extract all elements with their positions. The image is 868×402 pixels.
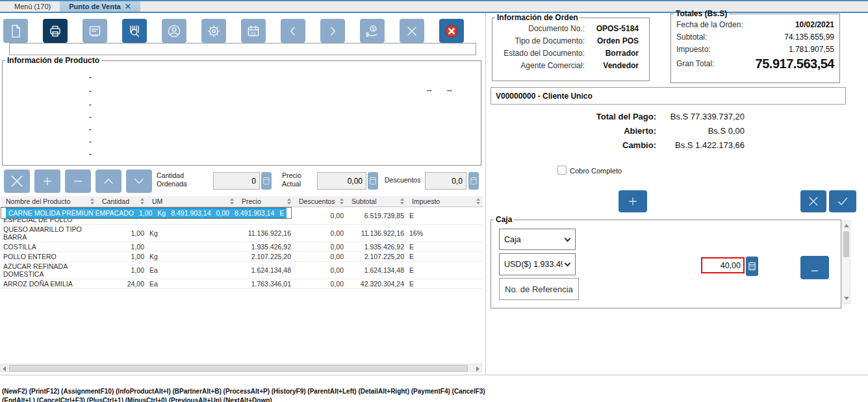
product-search-input[interactable]	[9, 43, 476, 55]
grand-total-value: 75.917.563,54	[714, 57, 834, 71]
scroll-right-arrow-icon[interactable]	[476, 366, 479, 371]
doc-no-label: Documento No.:	[492, 24, 591, 33]
underscore-minus-icon	[808, 260, 822, 275]
calculator-icon	[370, 177, 376, 185]
decrease-qty-button[interactable]	[65, 170, 91, 193]
discount-label: Descuentos	[385, 176, 420, 184]
price-calculator-button[interactable]	[368, 172, 378, 190]
header-tax[interactable]: Impuesto	[407, 196, 483, 207]
table-row[interactable]: QUESO AMARILLO TIPO BARRA1,00Kg 11.136.9…	[1, 224, 483, 242]
doc-status-value: Borrador	[591, 49, 649, 58]
settings-button[interactable]	[201, 19, 226, 43]
plus-icon	[626, 195, 639, 208]
payment-total-value: Bs.S 77.339.737,20	[656, 112, 745, 121]
payment-open-value: Bs.S 0,00	[656, 126, 745, 136]
qty-ordered-label: Cantidad Ordenada	[157, 171, 209, 188]
tab-menu[interactable]: Menú (170)	[5, 1, 60, 12]
doc-type-value: Orden POS	[591, 36, 649, 45]
header-subtotal[interactable]: Subtotal	[346, 196, 407, 207]
totals-legend: Totales (Bs.S)	[674, 9, 729, 18]
payment-change-value: Bs.S 1.422.173,66	[656, 140, 745, 150]
tab-close-icon[interactable]: ✕	[125, 3, 131, 10]
table-row[interactable]: AZUCAR REFINADA DOMESTICA1,00Ea 1.624.13…	[1, 261, 483, 279]
chevron-up-icon	[101, 173, 116, 189]
payment-button[interactable]: $	[360, 19, 385, 43]
exit-icon	[443, 23, 460, 40]
chevron-down-icon	[131, 173, 147, 189]
currency-select[interactable]: USD($) 1.933.493	[499, 253, 576, 275]
discount-calculator-button[interactable]	[468, 172, 479, 190]
barcode-search-button[interactable]	[122, 19, 147, 43]
table-horizontal-scrollbar[interactable]	[0, 364, 482, 372]
tender-type-select[interactable]: Caja	[499, 229, 576, 250]
calendar-button[interactable]: 31	[241, 19, 266, 43]
sort-icon	[476, 198, 480, 205]
order-date-value: 10/02/2021	[743, 20, 834, 29]
header-product-name[interactable]: Nombre del Producto	[1, 196, 97, 207]
svg-text:$: $	[372, 25, 375, 31]
scroll-up-arrow-icon[interactable]	[844, 224, 849, 227]
payment-icon: $	[364, 23, 380, 39]
business-partner-button[interactable]	[162, 19, 186, 43]
confirm-payment-button[interactable]	[829, 190, 856, 212]
table-row[interactable]: POLLO ENTERO1,00Kg 2.107.225,200,002.107…	[1, 251, 483, 261]
payment-total-row: Total del Pago: Bs.S 77.339.737,20	[520, 112, 745, 121]
qty-ordered-input[interactable]	[213, 172, 260, 190]
new-document-button[interactable]	[3, 19, 28, 43]
order-lines-table: Nombre del Producto Cantidad UM Precio D…	[1, 196, 483, 289]
previous-button[interactable]	[281, 19, 305, 43]
exit-button[interactable]	[439, 19, 464, 43]
payment-change-label: Cambio:	[520, 140, 656, 150]
discount-input[interactable]	[425, 172, 466, 190]
delete-x-icon	[8, 173, 25, 190]
header-discount[interactable]: Descuentos	[294, 196, 346, 207]
product-info-dash: -	[89, 137, 92, 145]
sort-icon	[287, 198, 291, 205]
full-payment-checkbox[interactable]	[557, 166, 567, 175]
add-payment-button[interactable]	[619, 190, 647, 212]
amount-calculator-button[interactable]	[746, 257, 758, 276]
scrollbar-thumb[interactable]	[9, 365, 468, 371]
sort-icon	[90, 198, 94, 205]
order-info-legend: Información de Orden	[495, 13, 580, 22]
payments-vertical-scrollbar[interactable]	[842, 220, 850, 304]
delete-line-button[interactable]	[4, 170, 30, 193]
payment-total-label: Total del Pago:	[520, 112, 656, 121]
payment-open-label: Abierto:	[520, 126, 656, 136]
move-down-button[interactable]	[126, 170, 152, 193]
customer-input[interactable]	[491, 87, 846, 105]
cancel-payment-button[interactable]	[800, 190, 826, 212]
current-price-label: Precio Actual	[282, 171, 318, 188]
payment-amount-input[interactable]	[701, 257, 745, 273]
header-quantity[interactable]: Cantidad	[97, 196, 147, 207]
payment-change-row: Cambio: Bs.S 1.422.173,66	[520, 140, 745, 150]
table-row[interactable]: ARROZ DOÑA EMILIA24,00Ea 1.763.346,010,0…	[1, 279, 483, 288]
scroll-down-arrow-icon[interactable]	[844, 297, 849, 300]
doc-no-value: OPOS-5184	[591, 24, 649, 33]
order-info-panel: Información de Orden Documento No.:OPOS-…	[492, 13, 650, 81]
tax-label: Impuesto:	[676, 45, 711, 54]
reference-number-input[interactable]	[499, 278, 579, 300]
move-up-button[interactable]	[96, 170, 121, 193]
sort-icon	[140, 198, 144, 205]
table-row[interactable]: COSTILLA1,00 1.935.426,920,001.935.426,9…	[1, 242, 483, 251]
next-button[interactable]	[320, 19, 345, 43]
increase-qty-button[interactable]	[34, 170, 60, 193]
header-uom[interactable]: UM	[147, 196, 236, 207]
product-info-legend: Información de Producto	[5, 56, 101, 65]
scroll-left-arrow-icon[interactable]	[3, 366, 6, 371]
print-button[interactable]	[43, 19, 68, 43]
table-row-selected[interactable]: CARNE MOLIDA PREMIUN EMPACADO1,00Kg 8.49…	[1, 207, 292, 219]
cancel-x-icon	[806, 194, 821, 208]
cancel-button[interactable]	[400, 19, 424, 43]
settings-gear-icon	[206, 23, 222, 39]
tab-punto-de-venta[interactable]: Punto de Venta ✕	[60, 1, 140, 12]
document-receipt-button[interactable]	[83, 19, 107, 43]
scrollbar-thumb[interactable]	[843, 231, 849, 257]
header-price[interactable]: Precio	[236, 196, 294, 207]
receipt-icon	[87, 23, 103, 39]
remove-payment-button[interactable]	[800, 256, 829, 279]
chevron-left-icon	[285, 23, 301, 39]
current-price-input[interactable]	[317, 172, 366, 190]
qty-calculator-button[interactable]	[261, 172, 272, 190]
